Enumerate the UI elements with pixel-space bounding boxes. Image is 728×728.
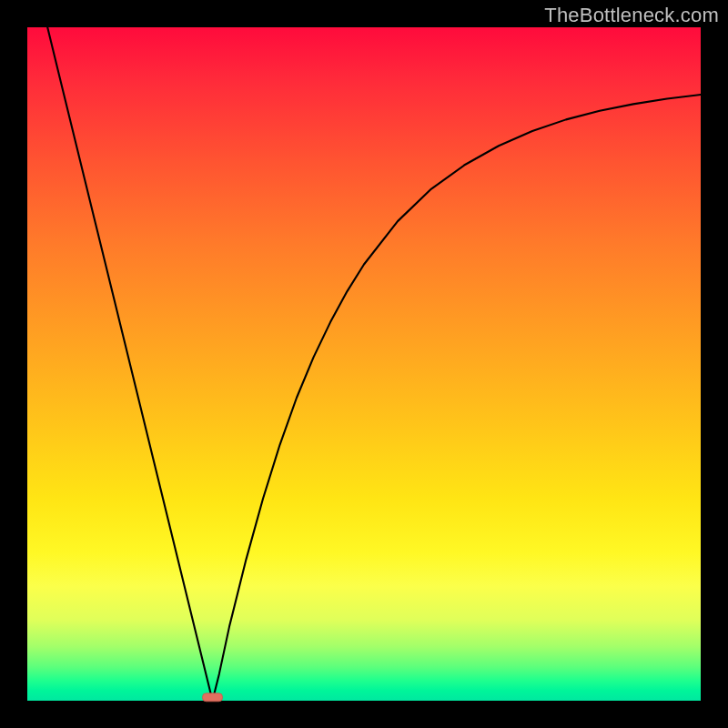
chart-frame: TheBottleneck.com bbox=[0, 0, 728, 728]
watermark-text: TheBottleneck.com bbox=[544, 4, 719, 27]
minimum-marker bbox=[203, 693, 223, 702]
plot-area bbox=[27, 27, 701, 701]
chart-svg bbox=[27, 27, 701, 701]
bottleneck-curve bbox=[47, 27, 701, 701]
